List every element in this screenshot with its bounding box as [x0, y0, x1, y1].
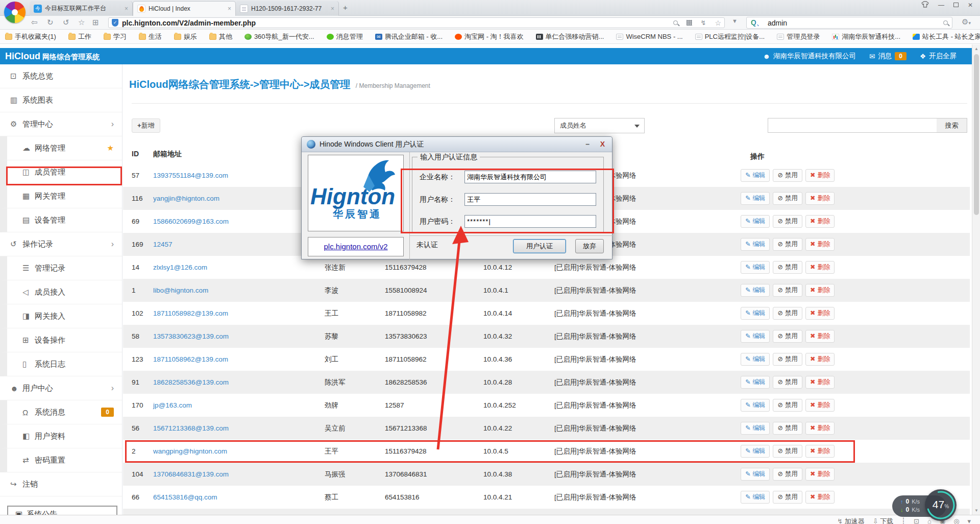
- disable-button[interactable]: ⊘禁用: [773, 307, 802, 320]
- search-query-text[interactable]: admin: [768, 19, 943, 27]
- bookmarks-overflow-icon[interactable]: »: [969, 32, 973, 39]
- browser-tab[interactable]: HiCloud | Index ×: [133, 1, 236, 16]
- sidebar-item[interactable]: ⇄ 密码重置: [0, 448, 122, 472]
- edit-button[interactable]: ✎编辑: [741, 307, 770, 320]
- url-dropdown-icon[interactable]: ▼: [732, 18, 738, 24]
- apps-grid-icon[interactable]: ⊞: [92, 18, 99, 27]
- scrollbar-thumb[interactable]: [974, 54, 979, 215]
- edit-button[interactable]: ✎编辑: [741, 353, 770, 366]
- sidebar-item[interactable]: ↪ 注销: [0, 472, 122, 496]
- delete-button[interactable]: ✖删除: [805, 376, 835, 389]
- download-item[interactable]: ⇩ 下载: [873, 516, 894, 524]
- delete-button[interactable]: ✖删除: [805, 307, 835, 320]
- search-button[interactable]: 搜索: [937, 118, 967, 133]
- edit-button[interactable]: ✎编辑: [741, 399, 770, 412]
- disable-button[interactable]: ⊘禁用: [773, 169, 802, 182]
- dialog-titlebar[interactable]: Hinode Windows Client 用户认证 – X: [302, 137, 612, 152]
- delete-button[interactable]: ✖删除: [805, 192, 835, 205]
- browser-tab[interactable]: 今 今目标互联网工作平台 ×: [30, 1, 133, 16]
- table-row[interactable]: 104 13706846831@139.com 马振强 13706846831 …: [123, 463, 970, 486]
- tab-close-icon[interactable]: ×: [125, 5, 128, 12]
- cell-email-link[interactable]: 654153816@qq.com: [153, 493, 325, 501]
- edit-button[interactable]: ✎编辑: [741, 169, 770, 182]
- table-row[interactable]: 56 15671213368@139.com 吴立前 15671213368 1…: [123, 417, 970, 440]
- bookmark-item[interactable]: PLC远程监控|设备...: [695, 32, 765, 41]
- cell-email-link[interactable]: 13573830623@139.com: [153, 332, 325, 340]
- sidebar-item[interactable]: ◧ 用户资料: [0, 424, 122, 448]
- search-engine-icon[interactable]: Q、: [751, 18, 764, 28]
- dialog-close-icon[interactable]: X: [600, 140, 605, 148]
- delete-button[interactable]: ✖删除: [805, 169, 835, 182]
- add-member-button[interactable]: +新增: [132, 118, 160, 133]
- bookmark-item[interactable]: 消息管理: [327, 32, 363, 41]
- edit-button[interactable]: ✎编辑: [741, 261, 770, 274]
- edit-button[interactable]: ✎编辑: [741, 491, 770, 504]
- bookmark-item[interactable]: 其他: [209, 32, 232, 41]
- bookmark-item[interactable]: 娱乐: [174, 32, 197, 41]
- delete-button[interactable]: ✖删除: [805, 215, 835, 228]
- search-go-icon[interactable]: [943, 20, 948, 25]
- delete-button[interactable]: ✖删除: [805, 422, 835, 435]
- delete-button[interactable]: ✖删除: [805, 284, 835, 297]
- sidebar-item[interactable]: ↺ 操作记录: [0, 232, 122, 256]
- sidebar-item[interactable]: ▦ 网关管理: [0, 184, 122, 208]
- delete-button[interactable]: ✖删除: [805, 238, 835, 251]
- maximize-icon[interactable]: [953, 2, 959, 9]
- disable-button[interactable]: ⊘禁用: [773, 376, 802, 389]
- browser-logo-icon[interactable]: [4, 2, 26, 23]
- cell-email-link[interactable]: zlxlsy1@126.com: [153, 264, 325, 271]
- sidebar-item[interactable]: ☻ 用户中心: [0, 376, 122, 400]
- cell-email-link[interactable]: 15671213368@139.com: [153, 424, 325, 432]
- history-icon[interactable]: ↺: [63, 18, 69, 27]
- speed-mode-icon[interactable]: ↯: [701, 19, 706, 27]
- messages-menu[interactable]: ✉ 消息 0: [869, 52, 906, 61]
- table-row[interactable]: 170 jp@163.com 劲牌 12587 10.0.4.252 [已启用]…: [123, 394, 970, 417]
- disable-button[interactable]: ⊘禁用: [773, 330, 802, 343]
- delete-button[interactable]: ✖删除: [805, 491, 835, 504]
- bookmark-item[interactable]: ✉ 腾讯企业邮箱 - 收...: [375, 32, 443, 41]
- disable-button[interactable]: ⊘禁用: [773, 215, 802, 228]
- bookmark-item[interactable]: 单仁合强移动营销...: [536, 32, 604, 41]
- delete-button[interactable]: ✖删除: [805, 468, 835, 481]
- bookmark-item[interactable]: 管理员登录: [777, 32, 820, 41]
- sidebar-item[interactable]: ▯ 系统日志: [0, 352, 122, 376]
- url-field[interactable]: ✓ plc.hignton.com/V2/admin-member.php ↯ …: [108, 17, 725, 28]
- bookmark-item[interactable]: 手机收藏夹(1): [5, 32, 56, 41]
- bookmark-item[interactable]: 工作: [68, 32, 91, 41]
- cancel-button[interactable]: 放弃: [575, 239, 604, 253]
- sidebar-item[interactable]: ⊞ 设备操作: [0, 328, 122, 352]
- table-row[interactable]: 91 18628258536@139.com 陈洪军 18628258536 1…: [123, 371, 970, 394]
- cell-email-link[interactable]: 13706846831@139.com: [153, 470, 325, 478]
- cell-email-link[interactable]: libo@hignton.com: [153, 287, 325, 294]
- sidebar-item[interactable]: ☁ 网络管理: [0, 136, 122, 160]
- delete-button[interactable]: ✖删除: [805, 353, 835, 366]
- cell-email-link[interactable]: 18711058982@139.com: [153, 309, 325, 317]
- edit-button[interactable]: ✎编辑: [741, 376, 770, 389]
- filter-dropdown[interactable]: 成员姓名: [554, 118, 645, 133]
- tools-wrench-icon[interactable]: ⚙▾: [962, 17, 971, 27]
- edit-button[interactable]: ✎编辑: [741, 422, 770, 435]
- bookmark-item[interactable]: 淘宝网 - 淘！我喜欢: [455, 32, 524, 41]
- site-safety-shield-icon[interactable]: ✓: [112, 19, 118, 27]
- disable-button[interactable]: ⊘禁用: [773, 284, 802, 297]
- cell-email-link[interactable]: 13937551184@139.com: [153, 172, 325, 179]
- cell-email-link[interactable]: 15866020699@163.com: [153, 218, 325, 225]
- scroll-up-icon[interactable]: ▲: [974, 46, 978, 51]
- sidebar-item[interactable]: ◁ 成员接入: [0, 280, 122, 304]
- bookmark-item[interactable]: 湖南华辰智通科技...: [832, 32, 900, 41]
- accelerator-item[interactable]: ↯ 加速器: [837, 516, 865, 524]
- favorite-star-icon[interactable]: ☆: [78, 18, 85, 27]
- tab-close-icon[interactable]: ×: [228, 5, 231, 12]
- table-row[interactable]: 102 18711058982@139.com 王工 18711058982 1…: [123, 302, 970, 325]
- find-in-page-icon[interactable]: [673, 20, 678, 25]
- bookmark-item[interactable]: WiseCRM NBS - ...: [616, 33, 682, 40]
- edit-button[interactable]: ✎编辑: [741, 238, 770, 251]
- bookmark-item[interactable]: 学习: [104, 32, 127, 41]
- disable-button[interactable]: ⊘禁用: [773, 422, 802, 435]
- minimize-icon[interactable]: —: [938, 2, 944, 9]
- edit-button[interactable]: ✎编辑: [741, 284, 770, 297]
- disable-button[interactable]: ⊘禁用: [773, 238, 802, 251]
- table-row[interactable]: 123 18711058962@139.com 刘工 18711058962 1…: [123, 348, 970, 371]
- edit-button[interactable]: ✎编辑: [741, 468, 770, 481]
- fullscreen-button[interactable]: ❖ 开启全屏: [920, 52, 957, 61]
